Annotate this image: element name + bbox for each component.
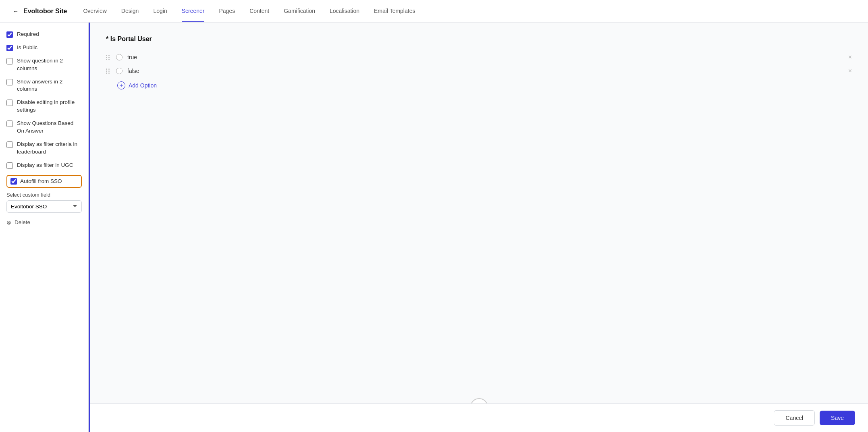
option-text-false: false — [127, 68, 139, 74]
tab-localisation[interactable]: Localisation — [330, 0, 359, 22]
tab-overview[interactable]: Overview — [83, 0, 106, 22]
content-panel: * Is Portal User true × — [89, 23, 868, 432]
add-option-icon: + — [117, 81, 125, 89]
autofill-sso-wrapper[interactable]: Autofill from SSO — [6, 175, 82, 188]
radio-true[interactable] — [116, 54, 123, 60]
save-button[interactable]: Save — [820, 411, 855, 425]
option-row-true: true × — [106, 54, 852, 60]
select-custom-field-label: Select custom field — [6, 192, 82, 198]
tab-login[interactable]: Login — [153, 0, 167, 22]
checkbox-show-questions-based-input[interactable] — [6, 120, 13, 127]
checkbox-disable-editing-label: Disable editing in profile settings — [17, 99, 82, 114]
checkbox-show-question-2col[interactable]: Show question in 2 columns — [6, 57, 82, 73]
back-icon: ← — [13, 8, 19, 15]
option-close-true[interactable]: × — [848, 54, 852, 61]
delete-icon: ⊗ — [6, 219, 11, 226]
checkbox-is-public-input[interactable] — [6, 45, 13, 51]
checkbox-disable-editing[interactable]: Disable editing in profile settings — [6, 99, 82, 114]
tab-design[interactable]: Design — [121, 0, 139, 22]
checkbox-show-answers-2col-label: Show answers in 2 columns — [17, 78, 82, 93]
custom-field-select[interactable]: Evoltobor SSO — [6, 200, 82, 213]
sidebar: Required Is Public Show question in 2 co… — [0, 23, 89, 432]
checkbox-required-input[interactable] — [6, 31, 13, 38]
required-marker: * — [106, 35, 108, 42]
tab-content[interactable]: Content — [249, 0, 269, 22]
tab-gamification[interactable]: Gamification — [284, 0, 315, 22]
checkbox-disable-editing-input[interactable] — [6, 100, 13, 106]
back-button[interactable]: ← — [13, 8, 19, 15]
delete-label: Delete — [15, 219, 30, 225]
checkbox-display-filter-leaderboard[interactable]: Display as filter criteria in leaderboar… — [6, 141, 82, 156]
checkbox-show-questions-based-label: Show Questions Based On Answer — [17, 120, 82, 135]
cancel-button[interactable]: Cancel — [774, 410, 815, 426]
drag-handle-false[interactable] — [106, 69, 110, 74]
footer: Cancel Save — [90, 403, 868, 432]
checkbox-display-filter-ugc-input[interactable] — [6, 162, 13, 169]
tab-screener[interactable]: Screener — [182, 0, 205, 22]
site-name: Evoltobor Site — [23, 8, 67, 15]
question-area: * Is Portal User true × — [90, 23, 868, 382]
checkbox-show-questions-based[interactable]: Show Questions Based On Answer — [6, 120, 82, 135]
checkbox-show-answers-2col-input[interactable] — [6, 79, 13, 85]
checkbox-display-filter-leaderboard-input[interactable] — [6, 141, 13, 148]
add-option-button[interactable]: + Add Option — [117, 81, 852, 89]
checkbox-display-filter-ugc-label: Display as filter in UGC — [17, 162, 73, 169]
checkbox-display-filter-ugc[interactable]: Display as filter in UGC — [6, 162, 82, 169]
radio-false[interactable] — [116, 68, 123, 74]
question-text: Is Portal User — [110, 35, 152, 42]
autofill-sso-label: Autofill from SSO — [20, 178, 62, 184]
header: ← Evoltobor Site Overview Design Login S… — [0, 0, 868, 23]
option-close-false[interactable]: × — [848, 67, 852, 75]
checkbox-required-label: Required — [17, 31, 39, 38]
delete-button[interactable]: ⊗ Delete — [6, 219, 82, 226]
question-title: * Is Portal User — [106, 35, 852, 43]
add-option-label: Add Option — [129, 82, 157, 89]
tab-email-templates[interactable]: Email Templates — [374, 0, 415, 22]
checkbox-is-public-label: Is Public — [17, 44, 37, 52]
checkbox-required[interactable]: Required — [6, 31, 82, 38]
option-row-false: false × — [106, 68, 852, 74]
option-text-true: true — [127, 54, 137, 60]
checkbox-show-answers-2col[interactable]: Show answers in 2 columns — [6, 78, 82, 93]
main-layout: Required Is Public Show question in 2 co… — [0, 23, 868, 432]
checkbox-is-public[interactable]: Is Public — [6, 44, 82, 52]
nav-tabs: Overview Design Login Screener Pages Con… — [83, 0, 855, 22]
autofill-sso-checkbox[interactable] — [10, 178, 17, 185]
drag-handle-true[interactable] — [106, 55, 110, 60]
checkbox-show-question-2col-label: Show question in 2 columns — [17, 57, 82, 73]
checkbox-display-filter-leaderboard-label: Display as filter criteria in leaderboar… — [17, 141, 82, 156]
tab-pages[interactable]: Pages — [219, 0, 235, 22]
checkbox-show-question-2col-input[interactable] — [6, 58, 13, 64]
